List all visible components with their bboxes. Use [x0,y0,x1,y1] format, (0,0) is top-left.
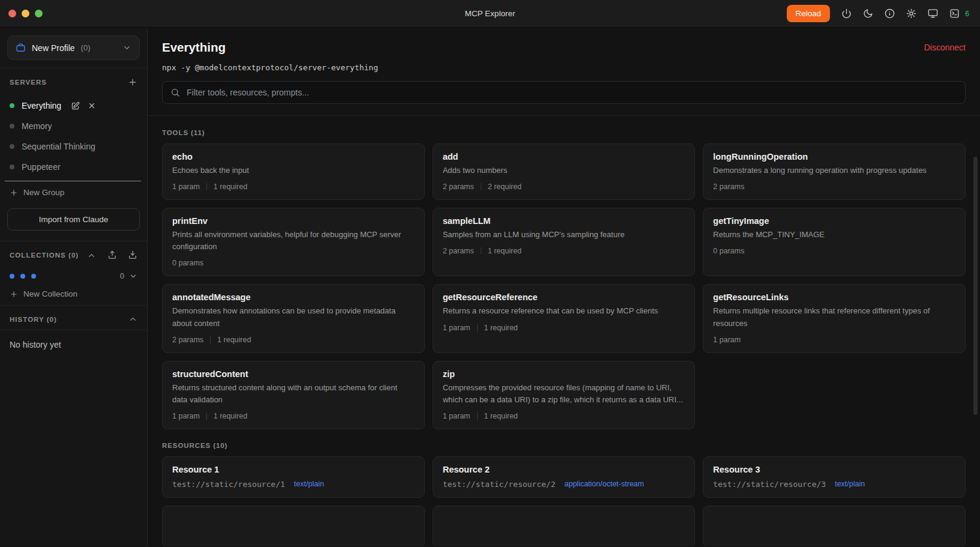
server-item[interactable]: Memory [0,116,147,136]
tool-meta: 2 params 1 required [443,247,685,255]
new-group-label: New Group [23,188,64,197]
chevron-up-icon[interactable] [128,315,137,324]
tool-name: structuredContent [172,369,415,379]
filter-input[interactable] [162,81,966,104]
tool-description: Echoes back the input [172,165,415,177]
tool-meta: 2 params [713,183,955,191]
servers-section-header: SERVERS [0,68,147,93]
new-group-button[interactable]: New Group [0,181,147,204]
tool-name: getTinyImage [713,216,955,226]
meta-separator [481,183,481,190]
resources-grid-partial-row [162,506,966,546]
chevron-down-icon [122,43,131,52]
tool-description: Returns a resource reference that can be… [443,305,685,317]
window-minimize-button[interactable] [22,10,29,17]
tool-meta: 0 params [713,247,955,255]
tool-card[interactable]: printEnv Prints all environment variable… [162,208,425,276]
profile-count: (0) [81,43,91,52]
tool-params-count: 1 param [443,324,470,332]
resource-card[interactable]: Resource 3 test://static/resource/3 text… [703,456,966,498]
resource-card[interactable] [433,506,696,546]
terminal-icon[interactable] [949,8,960,19]
titlebar: MCP Explorer Reload 6 [0,0,980,28]
tool-meta: 2 params 1 required [172,336,415,344]
tool-card[interactable]: structuredContent Returns structured con… [162,361,425,429]
resource-mime-type-link[interactable]: application/octet-stream [565,480,645,488]
collection-dot-icon [20,274,25,279]
window-zoom-button[interactable] [35,10,43,17]
collection-dot-icon [10,274,14,279]
window-close-button[interactable] [8,10,16,17]
resource-card[interactable]: Resource 2 test://static/resource/2 appl… [433,456,696,498]
tool-description: Demonstrates how annotations can be used… [172,305,415,329]
upload-collections-icon[interactable] [107,250,117,260]
collection-count: 0 [120,271,124,280]
tool-params-count: 0 params [172,259,203,267]
tool-card[interactable]: getTinyImage Returns the MCP_TINY_IMAGE … [703,208,966,276]
history-empty-text: No history yet [0,330,147,359]
display-monitor-icon[interactable] [928,8,938,19]
tool-required-count: 1 required [484,412,518,420]
tool-description: Adds two numbers [443,165,685,177]
content-scroll-area[interactable]: TOOLS (11) echo Echoes back the input 1 … [148,116,980,546]
download-collections-icon[interactable] [128,250,137,260]
tool-card[interactable]: sampleLLM Samples from an LLM using MCP'… [433,208,696,276]
power-icon[interactable] [841,8,852,19]
server-item[interactable]: Sequential Thinking [0,136,147,157]
collection-dot-icon [31,274,36,279]
remove-server-icon[interactable] [88,101,96,110]
settings-gear-icon[interactable] [906,8,916,19]
tool-card[interactable]: annotatedMessage Demonstrates how annota… [162,284,425,352]
tool-card[interactable]: getResourceLinks Returns multiple resour… [703,284,966,352]
tool-params-count: 1 param [443,412,470,420]
resource-card[interactable]: Resource 1 test://static/resource/1 text… [162,456,425,498]
server-list: Everything Memory Sequential Thinking Pu… [0,93,147,177]
edit-server-icon[interactable] [71,101,80,110]
tool-card[interactable]: echo Echoes back the input 1 param 1 req… [162,144,425,200]
server-item-label: Sequential Thinking [22,142,95,151]
tool-name: getResourceLinks [713,292,955,302]
resource-card[interactable] [703,506,966,546]
tool-description: Returns structured content along with an… [172,382,415,406]
tool-meta: 1 param [713,336,955,344]
resource-card[interactable] [162,506,425,546]
server-item-label: Everything [22,101,61,110]
tool-card[interactable]: getResourceReference Returns a resource … [433,284,696,352]
tool-name: add [443,152,685,162]
add-server-icon[interactable] [128,77,137,87]
tool-card[interactable]: zip Compresses the provided resource fil… [433,361,696,429]
history-section-header: HISTORY (0) [0,306,147,330]
chevron-up-icon[interactable] [87,251,96,260]
resource-mime-type-link[interactable]: text/plain [835,480,865,488]
resource-mime-type-link[interactable]: text/plain [294,480,324,488]
tool-name: zip [443,369,685,379]
dark-mode-moon-icon[interactable] [863,8,873,19]
server-item[interactable]: Everything [0,95,147,116]
collection-count-toggle[interactable]: 0 [120,271,137,280]
tool-params-count: 0 params [713,247,744,255]
scrollbar-thumb[interactable] [973,157,978,415]
tool-card[interactable]: add Adds two numbers 2 params 2 required [433,144,696,200]
sidebar: New Profile (0) SERVERS Everything [0,28,148,546]
servers-label: SERVERS [10,79,47,86]
tool-required-count: 1 required [217,336,251,344]
main-panel: Everything Disconnect npx -y @modelconte… [148,28,980,546]
tool-meta: 2 params 2 required [443,183,685,191]
reload-button[interactable]: Reload [787,5,831,22]
profile-selector[interactable]: New Profile (0) [7,35,140,60]
briefcase-icon [16,43,26,53]
tool-name: echo [172,152,415,162]
new-collection-button[interactable]: New Collection [0,283,147,305]
info-icon[interactable] [885,8,895,19]
tool-meta: 1 param 1 required [172,412,415,420]
tools-grid: echo Echoes back the input 1 param 1 req… [162,144,966,429]
meta-separator [210,336,211,343]
tool-description: Samples from an LLM using MCP's sampling… [443,229,685,241]
import-from-claude-button[interactable]: Import from Claude [7,208,140,231]
plus-icon [10,189,18,197]
server-status-dot [10,165,14,169]
tool-card[interactable]: longRunningOperation Demonstrates a long… [703,144,966,200]
disconnect-button[interactable]: Disconnect [924,43,966,52]
server-item[interactable]: Puppeteer [0,157,147,177]
tool-name: sampleLLM [443,216,685,226]
